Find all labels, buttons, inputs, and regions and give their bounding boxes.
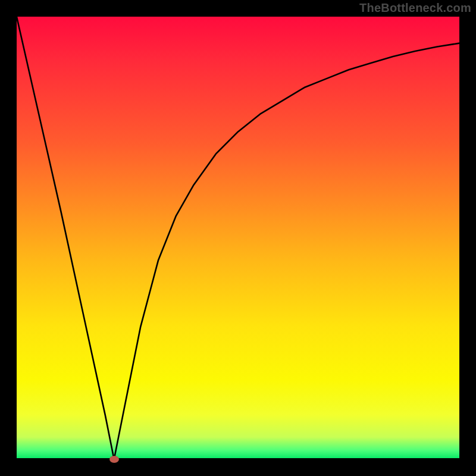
bottleneck-curve-path [17, 17, 459, 459]
plot-area [17, 17, 459, 459]
optimal-point-marker [109, 456, 119, 463]
curve-svg [17, 17, 459, 459]
chart-frame: TheBottleneck.com [0, 0, 476, 476]
watermark-text: TheBottleneck.com [359, 1, 471, 15]
